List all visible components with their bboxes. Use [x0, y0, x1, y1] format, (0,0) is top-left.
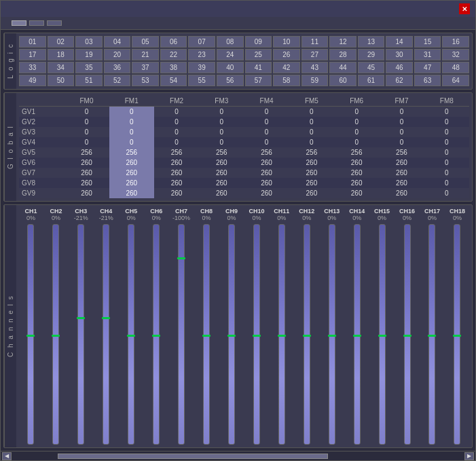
gv-row-label: GV9	[19, 188, 64, 198]
channel-slider-track[interactable]	[354, 224, 361, 445]
logic-number-cell: 25	[245, 49, 272, 60]
scroll-track[interactable]	[13, 454, 463, 459]
channel-slider-track[interactable]	[178, 224, 185, 445]
channel-slider-track[interactable]	[253, 224, 260, 445]
channel-pct: 0%	[19, 215, 43, 221]
logic-number-cell: 18	[48, 49, 75, 60]
logic-number-cell: 62	[386, 75, 413, 86]
channel-slider-track[interactable]	[278, 224, 285, 445]
channel-slider-container	[120, 224, 143, 445]
channel-slider-track[interactable]	[304, 224, 310, 445]
channel-slider-track[interactable]	[428, 224, 435, 445]
channel-header: CH80%	[195, 208, 219, 221]
channel-name: CH9	[220, 208, 244, 215]
channel-pct: 0%	[320, 215, 344, 221]
gv-cell: 0	[109, 107, 154, 117]
channel-slider-track[interactable]	[52, 224, 59, 445]
channel-pct: 0%	[120, 215, 143, 221]
channel-slider-thumb	[152, 335, 160, 337]
channel-slider-track[interactable]	[77, 224, 84, 445]
channel-pct: 0%	[145, 215, 168, 221]
close-button[interactable]: ✕	[459, 3, 470, 14]
logic-number-cell: 38	[160, 62, 187, 73]
channel-slider-track[interactable]	[103, 224, 109, 445]
channel-slider-container	[295, 224, 318, 445]
channel-pct: 0%	[370, 215, 394, 221]
logic-panel: L o g i c 010203040506070809101112131415…	[3, 33, 473, 90]
logic-number-cell: 53	[132, 75, 159, 86]
channel-pct: 0%	[445, 215, 469, 221]
channel-slider-track[interactable]	[153, 224, 160, 445]
channel-pct: 0%	[220, 215, 244, 221]
channel-pct: 0%	[195, 215, 219, 221]
gv-cell: 0	[154, 137, 199, 147]
scroll-left-arrow[interactable]: ◀	[2, 452, 12, 460]
channel-slider-track[interactable]	[404, 224, 411, 445]
channel-name: CH1	[19, 208, 43, 215]
channel-slider-track[interactable]	[329, 224, 335, 445]
gv-cell: 260	[334, 188, 379, 198]
gv-column-header	[19, 96, 64, 107]
logic-number-cell: 02	[48, 36, 75, 48]
tab-global-variables[interactable]	[29, 20, 44, 26]
channel-slider-thumb	[127, 335, 135, 337]
gv-cell: 0	[199, 107, 244, 117]
logic-number-cell: 52	[104, 75, 131, 86]
logic-number-cell: 14	[386, 36, 413, 48]
channel-slider-track[interactable]	[379, 224, 386, 445]
channel-name: CH11	[270, 208, 293, 215]
gv-cell: 260	[244, 158, 289, 168]
logic-number-cell: 32	[442, 49, 469, 60]
channel-slider-track[interactable]	[228, 224, 235, 445]
tab-mix-outputs[interactable]	[65, 21, 78, 25]
scroll-right-arrow[interactable]: ▶	[464, 452, 474, 460]
gv-cell: 0	[244, 107, 289, 117]
channel-name: CH10	[244, 208, 268, 215]
channel-header: CH170%	[420, 208, 444, 221]
channel-slider-thumb	[328, 335, 336, 337]
channels-headers: CH10%CH20%CH3-21%CH4-21%CH50%CH60%CH7-10…	[19, 208, 469, 221]
channels-grid-area: CH10%CH20%CH3-21%CH4-21%CH50%CH60%CH7-10…	[16, 205, 472, 447]
gv-row-label: GV7	[19, 168, 64, 178]
gv-cell: 260	[64, 178, 109, 188]
logic-number-cell: 09	[245, 36, 272, 48]
channel-name: CH18	[445, 208, 469, 215]
gv-cell: 0	[334, 137, 379, 147]
logic-number-grid: 0102030405060708091011121314151617181920…	[19, 36, 469, 86]
channel-slider-track[interactable]	[128, 224, 134, 445]
channel-header: CH110%	[270, 208, 293, 221]
channel-slider-track[interactable]	[203, 224, 210, 445]
gv-cell: 260	[154, 188, 199, 198]
gv-cell: 260	[199, 178, 244, 188]
logic-number-cell: 54	[160, 75, 187, 86]
logic-number-cell: 17	[19, 49, 46, 60]
channel-slider-track[interactable]	[454, 224, 460, 445]
channel-slider-thumb	[227, 335, 236, 337]
gv-row-label: GV5	[19, 147, 64, 158]
channel-name: CH8	[195, 208, 219, 215]
channel-slider-container	[270, 224, 293, 445]
logic-number-cell: 20	[104, 49, 131, 60]
logic-number-cell: 35	[75, 62, 103, 73]
logic-number-cell: 13	[358, 36, 385, 48]
scroll-thumb[interactable]	[58, 454, 328, 459]
logic-number-cell: 10	[273, 36, 300, 48]
gv-cell: 0	[109, 137, 154, 147]
gv-cell: 0	[289, 137, 334, 147]
logic-number-cell: 33	[19, 62, 46, 73]
channel-name: CH4	[94, 208, 118, 215]
logic-number-cell: 26	[273, 49, 300, 60]
channel-pct: 0%	[395, 215, 419, 221]
gv-cell: 256	[199, 147, 244, 158]
toolbar	[1, 17, 475, 30]
channels-panel: C h a n n e l s CH10%CH20%CH3-21%CH4-21%…	[3, 204, 473, 448]
channel-name: CH13	[320, 208, 344, 215]
channel-slider-container	[320, 224, 344, 445]
logic-number-cell: 64	[442, 75, 469, 86]
tab-logical-switches[interactable]	[12, 20, 26, 26]
tab-channel-outputs[interactable]	[47, 20, 62, 26]
channel-slider-container	[395, 224, 419, 445]
channel-slider-track[interactable]	[27, 224, 34, 445]
gv-cell: 0	[334, 117, 379, 127]
gv-cell: 0	[379, 127, 424, 137]
